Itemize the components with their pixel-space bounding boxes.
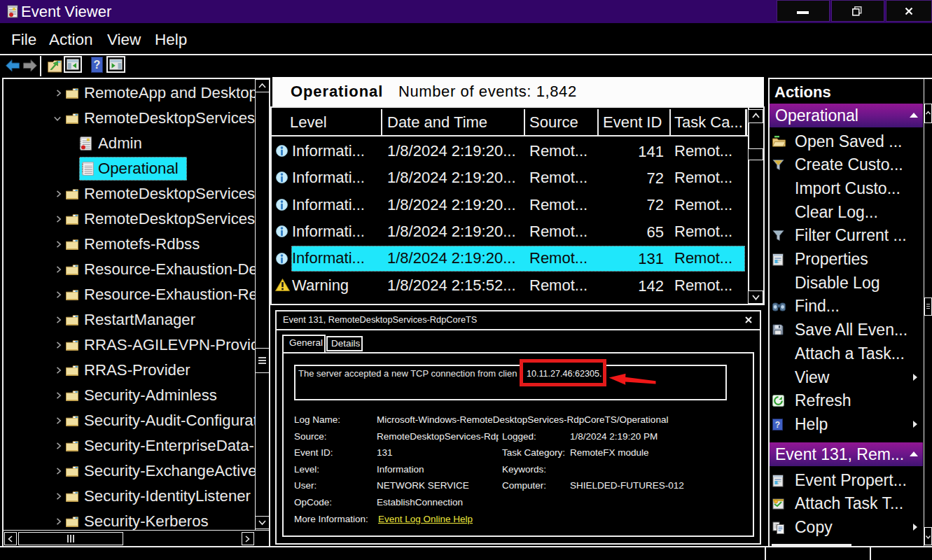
svg-text:?: ? bbox=[775, 420, 780, 430]
